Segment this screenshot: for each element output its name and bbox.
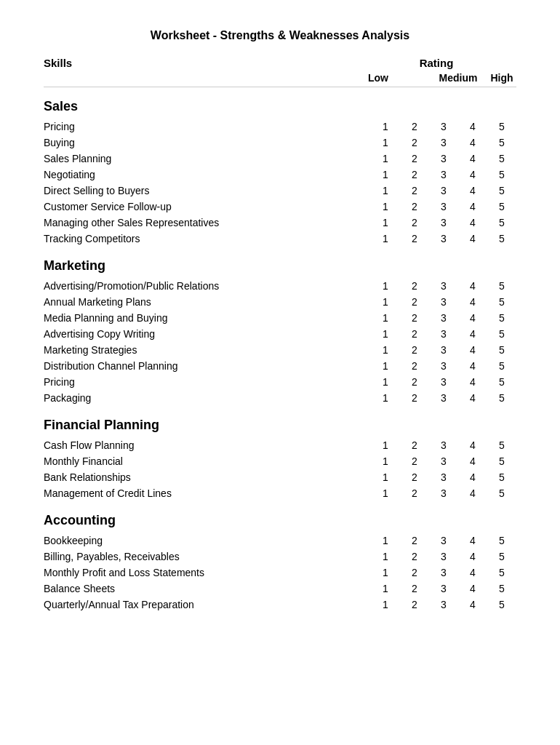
rating-cell: 4 [458,121,487,132]
rating-cell: 5 [487,455,516,467]
table-row: Distribution Channel Planning12345 [44,358,516,374]
rating-cell: 5 [487,201,516,212]
rating-values: 12345 [305,153,516,164]
rating-cell: 4 [458,439,487,451]
skill-name: Customer Service Follow-up [44,201,305,212]
skill-name: Management of Credit Lines [44,487,305,499]
rating-values: 12345 [305,392,516,404]
rating-cell: 3 [429,455,458,467]
rating-cell: 5 [487,567,516,578]
skill-name: Managing other Sales Representatives [44,217,305,228]
rating-cell: 4 [458,376,487,388]
rating-cell: 4 [458,328,487,340]
rating-cell: 2 [400,471,429,483]
rating-values: 12345 [305,217,516,228]
rating-cell: 3 [429,328,458,340]
rating-cell: 1 [371,392,400,404]
rating-cell: 5 [487,439,516,451]
rating-cell: 2 [400,376,429,388]
skill-name: Media Planning and Buying [44,312,305,324]
rating-cell: 4 [458,487,487,499]
rating-cell: 3 [429,376,458,388]
skill-name: Pricing [44,376,305,388]
rating-cell: 5 [487,535,516,546]
rating-values: 12345 [305,328,516,340]
skill-name: Marketing Strategies [44,344,305,356]
rating-values: 12345 [305,439,516,451]
rating-values: 12345 [305,344,516,356]
skill-name: Billing, Payables, Receivables [44,551,305,562]
rating-values: 12345 [305,583,516,594]
table-row: Advertising Copy Writing12345 [44,326,516,342]
table-row: Customer Service Follow-up12345 [44,199,516,215]
skill-name: Bank Relationships [44,471,305,483]
rating-cell: 4 [458,471,487,483]
rating-cell: 5 [487,471,516,483]
table-row: Sales Planning12345 [44,151,516,167]
table-row: Managing other Sales Representatives1234… [44,215,516,231]
rating-column-header: Rating [356,57,516,69]
rating-cell: 2 [400,360,429,372]
rating-values: 12345 [305,121,516,132]
rating-cell: 2 [400,455,429,467]
rating-cell: 2 [400,201,429,212]
rating-values: 12345 [305,201,516,212]
rating-cell: 5 [487,312,516,324]
skill-name: Monthly Profit and Loss Statements [44,567,305,578]
rating-cell: 2 [400,280,429,292]
rating-cell: 3 [429,217,458,228]
rating-cell: 3 [429,280,458,292]
table-row: Balance Sheets12345 [44,581,516,597]
rating-cell: 2 [400,535,429,546]
skill-name: Balance Sheets [44,583,305,594]
rating-cell: 4 [458,312,487,324]
rating-cell: 5 [487,169,516,180]
table-row: Bookkeeping12345 [44,533,516,549]
rating-cell: 5 [487,121,516,132]
table-row: Direct Selling to Buyers12345 [44,183,516,199]
table-row: Tracking Competitors12345 [44,231,516,247]
section-header-financial-planning: Financial Planning [44,418,516,433]
rating-cell: 5 [487,137,516,148]
rating-cell: 2 [400,599,429,610]
skills-column-header: Skills [44,57,305,69]
rating-cell: 1 [371,599,400,610]
table-row: Cash Flow Planning12345 [44,437,516,453]
table-row: Annual Marketing Plans12345 [44,294,516,310]
rating-cell: 4 [458,137,487,148]
table-row: Advertising/Promotion/Public Relations12… [44,278,516,294]
rating-cell: 1 [371,471,400,483]
table-row: Quarterly/Annual Tax Preparation12345 [44,597,516,613]
rating-cell: 2 [400,344,429,356]
rating-cell: 1 [371,583,400,594]
page-title: Worksheet - Strengths & Weaknesses Analy… [44,29,516,42]
skill-name: Packaging [44,392,305,404]
rating-cell: 4 [458,233,487,244]
rating-cell: 2 [400,551,429,562]
skill-name: Advertising/Promotion/Public Relations [44,280,305,292]
rating-cell: 5 [487,360,516,372]
rating-cell: 4 [458,344,487,356]
rating-cell: 5 [487,551,516,562]
rating-cell: 1 [371,567,400,578]
table-row: Buying12345 [44,135,516,151]
rating-cell: 1 [371,487,400,499]
rating-cell: 3 [429,121,458,132]
rating-values: 12345 [305,312,516,324]
rating-values: 12345 [305,471,516,483]
rating-cell: 3 [429,296,458,308]
table-row: Monthly Financial12345 [44,453,516,469]
rating-cell: 3 [429,201,458,212]
rating-cell: 1 [371,455,400,467]
rating-cell: 4 [458,153,487,164]
rating-cell: 2 [400,487,429,499]
rating-values: 12345 [305,455,516,467]
rating-cell: 4 [458,217,487,228]
rating-cell: 4 [458,583,487,594]
rating-cell: 3 [429,439,458,451]
skill-name: Sales Planning [44,153,305,164]
rating-cell: 2 [400,185,429,196]
rating-values: 12345 [305,535,516,546]
rating-cell: 4 [458,185,487,196]
skill-name: Monthly Financial [44,455,305,467]
